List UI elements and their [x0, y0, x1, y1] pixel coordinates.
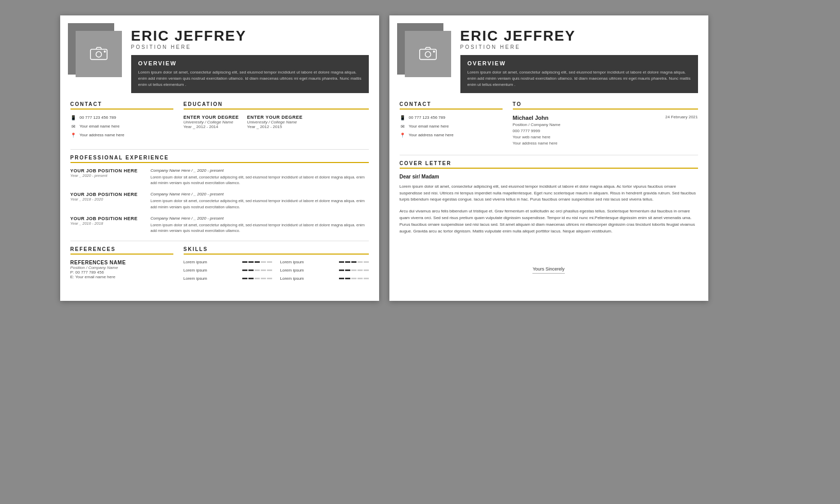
cover-name: ERIC JEFFREY [460, 28, 698, 44]
photo-block [70, 26, 122, 93]
ref-email: E: Your email name here [70, 275, 173, 279]
skills-title: SKILLS [184, 246, 369, 255]
to-title: TO [513, 101, 698, 110]
resume-position: POSITION HERE [131, 44, 369, 50]
seg [242, 278, 247, 279]
seg-empty [261, 278, 266, 279]
photo-frame [76, 31, 122, 77]
cover-overview-block: OVERVIEW Lorem ipsum dolor sit amet, con… [460, 55, 698, 93]
exp-company-3: Company Name Here / _ 2020 - present [151, 216, 369, 221]
contact-edu-row: CONTACT 📱 00 777 123 456 789 ✉ Your emai… [70, 101, 369, 141]
contact-email: ✉ Your email name here [70, 123, 173, 130]
skill-4: Lorem ipsum [280, 260, 369, 264]
overview-text: Lorem ipsum dolor sit amet, consectetur … [138, 69, 362, 88]
ref-name: REFERENCES NAME [70, 260, 173, 265]
to-position: Position / Company Name [513, 122, 698, 128]
edu-entry-1: ENTER YOUR DEGREE Univeresity / College … [184, 115, 239, 129]
skill-label-5: Lorem ipsum [280, 268, 304, 273]
seg-empty [255, 269, 260, 271]
sign-area: Yours Sincerely [400, 241, 698, 289]
skill-bar-2 [242, 269, 272, 271]
experience-title: PROFESSIONAL EXPERIENCE [70, 155, 369, 163]
cover-letter-section: COVER LETTER Dear sir/ Madam Lorem ipsum… [400, 160, 698, 235]
exp-desc-2: Lorem ipsum dolor sit amet, consectetur … [151, 198, 369, 210]
cover-photo-block [400, 26, 451, 93]
seg-empty [261, 269, 266, 271]
camera-icon [90, 44, 108, 64]
seg-empty [267, 278, 272, 279]
seg [345, 278, 350, 279]
seg-empty [267, 261, 272, 263]
to-phone: 000 7777 9999 [513, 128, 698, 134]
cover-dear: Dear sir/ Madam [400, 174, 698, 179]
cover-contact-title: CONTACT [400, 101, 503, 110]
skill-bar-4 [339, 261, 369, 263]
references-section: REFERENCES REFERENCES NAME Position / Co… [70, 246, 173, 284]
header-info: ERIC JEFFREY POSITION HERE OVERVIEW Lore… [131, 26, 369, 93]
seg [242, 261, 247, 263]
skills-col-2: Lorem ipsum Lorem ipsum [280, 260, 369, 284]
references-title: REFERENCES [70, 246, 173, 255]
svg-point-1 [96, 51, 101, 57]
skills-section: SKILLS Lorem ipsum [184, 246, 369, 284]
cover-letter-title: COVER LETTER [400, 160, 698, 169]
cover-contact-address: 📍 Your address name here [400, 132, 503, 138]
contact-to-row: CONTACT 📱 00 777 123 456 789 ✉ Your emai… [400, 101, 698, 147]
skill-bar-3 [242, 278, 272, 279]
divider-2 [70, 241, 369, 241]
ref-position: Position / Company Name [70, 265, 173, 270]
seg [351, 261, 356, 263]
exp-job-3: YOUR JOB POSITION HERE [70, 216, 142, 221]
exp-entry-1: YOUR JOB POSITION HERE Year _ 2020 - pre… [70, 168, 369, 186]
seg [248, 261, 254, 263]
skills-grid: Lorem ipsum Lorem ipsum [184, 260, 369, 284]
cover-camera-icon [419, 44, 437, 64]
contact-address: 📍 Your address name here [70, 132, 173, 138]
skill-label-3: Lorem ipsum [184, 276, 207, 281]
exp-right-3: Company Name Here / _ 2020 - present Lor… [151, 216, 369, 234]
exp-left-3: YOUR JOB POSITION HERE Year _ 2016 - 201… [70, 216, 142, 234]
resume-name: ERIC JEFFREY [131, 28, 369, 44]
cover-phone-icon: 📱 [400, 115, 406, 121]
seg-empty [351, 278, 356, 279]
seg-empty [267, 269, 272, 271]
exp-entry-2: YOUR JOB POSITION HERE Year _ 2018 - 202… [70, 192, 369, 210]
exp-job-2: YOUR JOB POSITION HERE [70, 192, 142, 197]
seg [248, 269, 254, 271]
resume-body: CONTACT 📱 00 777 123 456 789 ✉ Your emai… [60, 93, 379, 301]
cover-email-icon: ✉ [400, 123, 406, 130]
svg-point-2 [104, 51, 105, 52]
skills-col-1: Lorem ipsum Lorem ipsum [184, 260, 272, 284]
ref-skills-row: REFERENCES REFERENCES NAME Position / Co… [70, 246, 369, 284]
cover-divider [400, 155, 698, 155]
skill-5: Lorem ipsum [280, 268, 369, 273]
skill-bar-5 [339, 269, 369, 271]
exp-right-2: Company Name Here / _ 2020 - present Lor… [151, 192, 369, 210]
cover-contact-phone: 📱 00 777 123 456 789 [400, 115, 503, 121]
education-title: EDUCATION [184, 101, 369, 110]
exp-right-1: Company Name Here / _ 2020 - present Lor… [151, 168, 369, 186]
resume-header: ERIC JEFFREY POSITION HERE OVERVIEW Lore… [60, 15, 379, 93]
exp-left-2: YOUR JOB POSITION HERE Year _ 2018 - 202… [70, 192, 142, 210]
divider-1 [70, 149, 369, 150]
cover-overview-text: Lorem ipsum dolor sit amet, consectetur … [468, 69, 691, 88]
cover-body: CONTACT 📱 00 777 123 456 789 ✉ Your emai… [389, 93, 708, 298]
resume-page: ERIC JEFFREY POSITION HERE OVERVIEW Lore… [60, 15, 379, 301]
cover-header-info: ERIC JEFFREY POSITION HERE OVERVIEW Lore… [460, 26, 698, 93]
to-address: Your address name here [513, 140, 698, 147]
edu-school-1: Univeresity / College Name [184, 120, 239, 124]
cover-contact-section: CONTACT 📱 00 777 123 456 789 ✉ Your emai… [400, 101, 503, 147]
overview-title: OVERVIEW [138, 60, 362, 66]
seg [345, 269, 350, 271]
edu-entry-2: ENTER YOUR DEGREE Univeresity / College … [247, 115, 302, 129]
skill-bar-1 [242, 261, 272, 263]
cover-para-1: Lorem ipsum dolor sit amet, consectetur … [400, 184, 698, 203]
seg [339, 269, 344, 271]
exp-year-1: Year _ 2020 - present [70, 173, 142, 178]
cover-photo-frame [405, 31, 451, 77]
contact-phone: 📱 00 777 123 456 789 [70, 115, 173, 121]
to-header-row: Michael John 24 February 2021 [513, 115, 698, 121]
email-icon: ✉ [70, 123, 77, 130]
experience-section: PROFESSIONAL EXPERIENCE YOUR JOB POSITIO… [70, 155, 369, 234]
seg-empty [255, 278, 260, 279]
